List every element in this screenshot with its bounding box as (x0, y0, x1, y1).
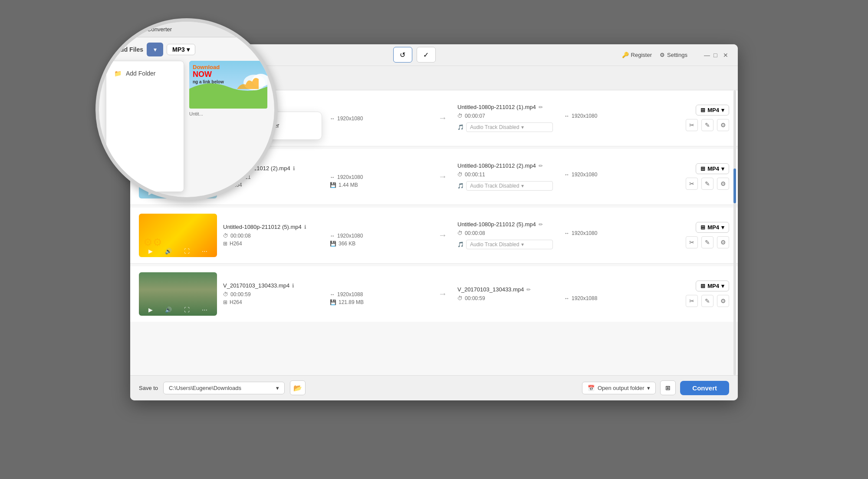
settings-btn[interactable]: ⚙ Settings (660, 52, 687, 58)
output-format-badge[interactable]: ⊞ MP4 ▾ (696, 163, 729, 174)
edit-icon[interactable]: ✎ (701, 236, 713, 248)
mag-format-btn[interactable]: MP3 ▾ (167, 44, 195, 55)
output-resolution-row: ↔ 1920x1080 (564, 113, 662, 119)
mag-add-folder-item[interactable]: 📁 Add Folder (106, 66, 184, 81)
info-icon[interactable]: ℹ (292, 283, 294, 289)
thumb-controls: ▶ 🔊 ⛶ ⋯ (139, 307, 217, 313)
edit-icon[interactable]: ✎ (701, 295, 713, 307)
format-badge-arrow: ▾ (721, 107, 724, 113)
more-icon[interactable]: ⋯ (202, 307, 207, 313)
output-meta: ⏱ 00:00:59 ↔ 1920x1088 (457, 295, 662, 301)
format-value: MP4 (707, 107, 719, 113)
play-icon[interactable]: ▶ (148, 307, 153, 313)
fullscreen-icon[interactable]: ⛶ (184, 248, 190, 254)
resolution-icon: ↔ (330, 174, 335, 180)
check-mode-btn[interactable]: ✓ (417, 47, 436, 63)
mag-sub-text: ng a link below (193, 79, 224, 84)
edit-icon[interactable]: ✎ (701, 119, 713, 131)
close-btn[interactable]: ✕ (723, 52, 729, 58)
audio-track-arrow: ▾ (521, 241, 524, 248)
adjust-icon[interactable]: ⚙ (717, 236, 729, 248)
audio-track-select[interactable]: Audio Track Disabled ▾ (466, 240, 553, 249)
output-format-badge[interactable]: ⊞ MP4 ▾ (696, 105, 729, 116)
resolution-icon-out: ↔ (564, 230, 569, 236)
output-format-badge[interactable]: ⊞ MP4 ▾ (696, 222, 729, 233)
minimize-btn[interactable]: — (704, 52, 710, 58)
resolution-icon-out: ↔ (564, 172, 569, 178)
input-size: 121.89 MB (339, 299, 364, 305)
adjust-icon[interactable]: ⚙ (717, 119, 729, 131)
edit-output-icon[interactable]: ✏ (526, 287, 531, 293)
file-thumbnail: ▶ 🔊 ⛶ ⋯ (139, 272, 217, 316)
audio-track-select[interactable]: Audio Track Disabled ▾ (466, 181, 553, 191)
maximize-btn[interactable]: □ (713, 52, 720, 58)
output-folder-label: Open output folder (598, 385, 644, 391)
register-btn[interactable]: 🔑 Register (622, 52, 652, 58)
format-column: ⊞ MP4 ▾ ✂ ✎ ⚙ (668, 163, 729, 190)
meta-row-duration: ⏱ 00:00:08 (223, 233, 321, 239)
format-column: ⊞ MP4 ▾ ✂ ✎ ⚙ (668, 222, 729, 248)
clock-icon-out: ⏱ (457, 113, 463, 119)
open-output-folder-btn[interactable]: 📅 Open output folder ▾ (582, 382, 656, 394)
info-icon[interactable]: ℹ (304, 224, 306, 230)
fullscreen-icon[interactable]: ⛶ (184, 307, 190, 313)
save-to-label: Save to (139, 385, 158, 391)
mag-title-bar: 📹 orbits Video Converter (99, 22, 274, 37)
volume-icon[interactable]: 🔊 (165, 307, 172, 313)
format-badge-arrow: ▾ (721, 165, 724, 172)
browse-folder-btn[interactable]: 📂 (290, 380, 306, 395)
format-column: ⊞ MP4 ▾ ✂ ✎ ⚙ (668, 105, 729, 131)
mag-video-thumb: Download NOW ng a link below (189, 61, 267, 109)
volume-icon[interactable]: 🔊 (165, 248, 172, 254)
codec-icon: ⊞ (223, 241, 227, 247)
mag-format-label: MP3 (172, 46, 185, 53)
mag-add-files[interactable]: 📄 Add Files (106, 46, 143, 53)
calendar-icon: 📅 (588, 385, 595, 391)
scrollbar-thumb[interactable] (733, 168, 736, 203)
convert-button[interactable]: Convert (680, 381, 729, 395)
scissors-icon[interactable]: ✂ (686, 295, 698, 307)
file-output-info: Untitled-1080p-211012 (1).mp4 ✏ ⏱ 00:00:… (457, 104, 662, 132)
edit-output-icon[interactable]: ✏ (539, 221, 543, 228)
scissors-icon[interactable]: ✂ (686, 236, 698, 248)
thumb-controls: ▶ 🔊 ⛶ ⋯ (139, 248, 217, 254)
size-icon: 💾 (330, 299, 336, 305)
output-filename-row: V_20170103_130433.mp4 ✏ (457, 286, 662, 293)
audio-icon: 🎵 (457, 124, 464, 130)
size-icon: 💾 (330, 182, 336, 188)
action-icons: ✂ ✎ ⚙ (686, 178, 729, 190)
adjust-icon[interactable]: ⚙ (717, 295, 729, 307)
clock-icon-out: ⏱ (457, 230, 463, 236)
scissors-icon[interactable]: ✂ (686, 119, 698, 131)
edit-output-icon[interactable]: ✏ (539, 104, 543, 110)
more-icon[interactable]: ⋯ (202, 248, 207, 254)
format-badge-arrow: ▾ (721, 283, 724, 289)
grid-view-btn[interactable]: ⊞ (660, 380, 676, 395)
convert-mode-btn[interactable]: ↺ (393, 47, 412, 63)
input-meta: ⏱ 00:00:08 ↔ 1920x1080 ⊞ H264 💾 (223, 233, 428, 247)
grid-icon: ⊞ (665, 384, 671, 391)
save-path-input[interactable]: C:\Users\Eugene\Downloads ▾ (163, 382, 285, 394)
mag-dropdown-btn[interactable]: ▾ (147, 43, 163, 56)
output-duration-row: ⏱ 00:00:11 (457, 172, 556, 178)
output-filename-row: Untitled-1080p-211012 (2).mp4 ✏ (457, 162, 662, 169)
audio-track-select[interactable]: Audio Track Disabled ▾ (466, 122, 553, 132)
audio-track-label: Audio Track Disabled (470, 124, 519, 130)
audio-track-row: 🎵 Audio Track Disabled ▾ (457, 181, 662, 191)
output-resolution-row: ↔ 1920x1080 (564, 230, 662, 236)
output-meta: ⏱ 00:00:08 ↔ 1920x1080 🎵 Audio Track Dis… (457, 230, 662, 249)
input-resolution: 1920x1088 (337, 291, 363, 297)
clock-icon: ⏱ (223, 291, 228, 297)
edit-icon[interactable]: ✎ (701, 178, 713, 190)
format-grid-icon: ⊞ (700, 283, 705, 289)
adjust-icon[interactable]: ⚙ (717, 178, 729, 190)
output-meta: ⏱ 00:00:07 ↔ 1920x1080 🎵 Audio Track Dis… (457, 113, 662, 132)
mag-add-label: Add Files (116, 46, 143, 53)
edit-output-icon[interactable]: ✏ (539, 163, 543, 169)
play-icon[interactable]: ▶ (148, 248, 153, 254)
mag-now-text: NOW (193, 70, 212, 79)
info-icon[interactable]: ℹ (293, 165, 295, 172)
output-format-badge[interactable]: ⊞ MP4 ▾ (696, 281, 729, 291)
format-grid-icon: ⊞ (700, 224, 705, 231)
scissors-icon[interactable]: ✂ (686, 178, 698, 190)
